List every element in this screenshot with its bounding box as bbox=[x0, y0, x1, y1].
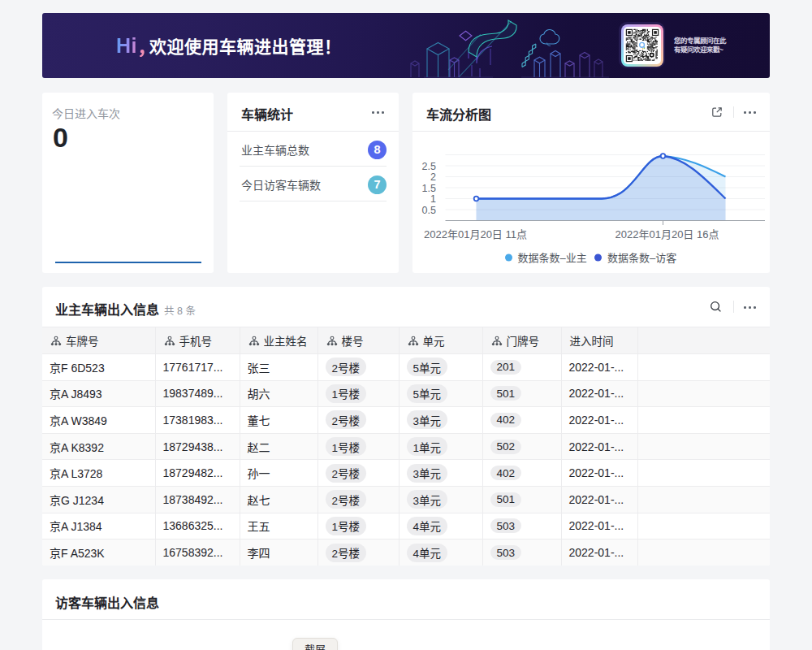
svg-text:数据条数–访客: 数据条数–访客 bbox=[607, 252, 676, 264]
svg-text:数据条数–业主: 数据条数–业主 bbox=[518, 252, 587, 264]
